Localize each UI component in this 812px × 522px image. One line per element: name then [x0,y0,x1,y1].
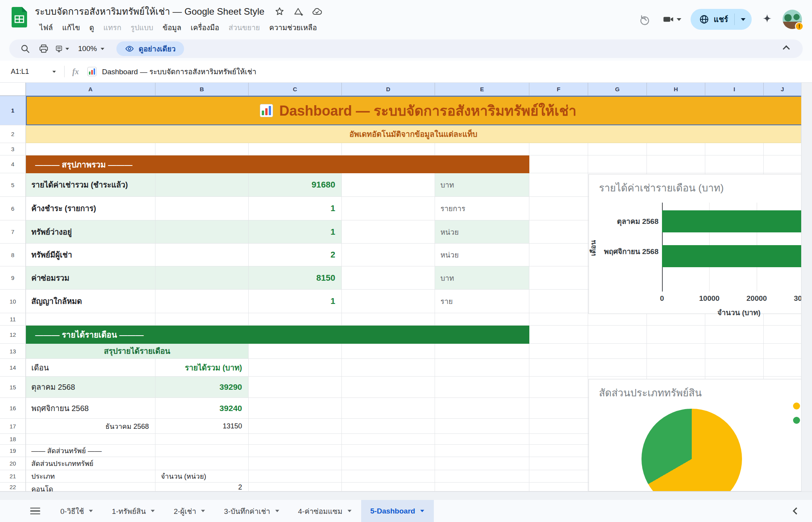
row-header-14[interactable]: 14 [0,359,26,377]
row-header-15[interactable]: 15 [0,377,26,398]
row-header-2[interactable]: 2 [0,125,26,143]
formula-input[interactable]: Dashboard — ระบบจัดการอสังหาริมทรัพย์ให้… [102,66,256,77]
sheets-logo-icon[interactable] [12,7,27,27]
empty-cell[interactable] [435,419,529,434]
row-header-20[interactable]: 20 [0,457,26,470]
property-col-header-b[interactable]: จำนวน (หน่วย) [155,470,249,483]
property-col-header-a[interactable]: ประเภท [26,470,155,483]
empty-cell[interactable] [155,457,249,470]
empty-cell[interactable] [435,377,529,398]
summary-value-cell[interactable]: 1 [249,220,342,244]
menu-help[interactable]: ความช่วยเหลือ [264,20,321,34]
empty-cell[interactable] [249,377,342,398]
empty-cell[interactable] [435,398,529,419]
name-box[interactable]: A1:L1 [11,68,56,76]
summary-unit-cell[interactable]: หน่วย [435,220,529,244]
bar-chart[interactable]: รายได้ค่าเช่ารายเดือน (บาท) เดือน ตุลาคม… [589,174,808,314]
empty-cell[interactable] [249,359,342,377]
empty-cells[interactable] [529,344,801,359]
gemini-sparkle-icon[interactable] [761,13,773,26]
paint-format-icon[interactable] [55,41,70,56]
empty-cells[interactable] [26,313,529,326]
empty-cell[interactable] [342,483,435,491]
empty-cell[interactable] [155,197,249,220]
tab-dropdown-icon[interactable] [275,510,279,512]
empty-cell[interactable] [155,266,249,290]
summary-unit-cell[interactable]: รายการ [435,197,529,220]
tab-dropdown-icon[interactable] [89,510,93,512]
empty-cells[interactable] [529,326,801,344]
summary-label-cell[interactable]: รายได้ค่าเช่ารวม (ชำระแล้ว) [26,173,155,197]
menu-data[interactable]: ข้อมูล [158,20,186,34]
empty-cell[interactable] [342,377,435,398]
zoom-control[interactable]: 100% [73,44,109,53]
summary-label-cell[interactable]: ค้างชำระ (รายการ) [26,197,155,220]
column-header-i[interactable]: I [705,83,764,96]
chevron-down-icon[interactable] [65,48,69,50]
empty-cell[interactable] [155,173,249,197]
empty-cell[interactable] [342,173,435,197]
empty-cell[interactable] [249,483,342,491]
monthly-month-cell[interactable]: ตุลาคม 2568 [26,377,155,398]
summary-label-cell[interactable]: ทรัพย์ว่างอยู่ [26,220,155,244]
menu-file[interactable]: ไฟล์ [35,20,58,34]
summary-value-cell[interactable]: 8150 [249,266,342,290]
tab-1-properties[interactable]: 1-ทรัพย์สิน [102,500,164,522]
summary-section-banner[interactable]: ——— สรุปภาพรวม ——— [26,155,529,173]
empty-cell[interactable] [249,398,342,419]
empty-cell[interactable] [155,290,249,313]
empty-cell[interactable] [342,359,435,377]
monthly-col-header-a[interactable]: เดือน [26,359,155,377]
property-type-cell[interactable]: คอนโด [26,483,155,491]
empty-cell[interactable] [342,244,435,266]
select-all-corner[interactable] [0,83,26,96]
row-header-16[interactable]: 16 [0,398,26,419]
empty-cells[interactable] [26,143,529,155]
column-header-c[interactable]: C [249,83,342,96]
row-header-13[interactable]: 13 [0,344,26,359]
row-header-9[interactable]: 9 [0,266,26,290]
menu-view[interactable]: ดู [85,20,99,34]
row-header-12[interactable]: 12 [0,326,26,344]
empty-cell[interactable] [155,220,249,244]
empty-cell[interactable] [342,445,435,457]
monthly-month-cell[interactable]: ธันวาคม 2568 [26,419,155,434]
empty-cell[interactable] [435,457,529,470]
column-header-d[interactable]: D [342,83,435,96]
summary-value-cell[interactable]: 91680 [249,173,342,197]
menu-edit[interactable]: แก้ไข [58,20,85,34]
column-header-h[interactable]: H [647,83,705,96]
summary-unit-cell[interactable]: หน่วย [435,244,529,266]
document-title[interactable]: ระบบจัดการอสังหาริมทรัพย์ให้เช่า — Googl… [35,4,264,19]
pie-chart[interactable]: สัดส่วนประเภททรัพย์สิน [589,379,808,491]
empty-cell[interactable] [155,244,249,266]
empty-cell[interactable] [342,398,435,419]
column-header-g[interactable]: G [588,83,647,96]
property-section-banner[interactable]: —— สัดส่วนทรัพย์ —— [26,445,155,457]
empty-cell[interactable] [249,470,342,483]
share-dropdown-icon[interactable] [741,18,745,21]
subtitle-cell[interactable]: อัพเดทอัตโนมัติจากข้อมูลในแต่ละแท็บ [26,125,801,143]
monthly-summary-header-cell[interactable]: สรุปรายได้รายเดือน [26,344,249,359]
summary-unit-cell[interactable]: ราย [435,290,529,313]
tab-4-repairs[interactable]: 4-ค่าซ่อมแซม [289,500,361,522]
column-header-f[interactable]: F [529,83,588,96]
empty-cell[interactable] [249,344,342,359]
row-header-5[interactable]: 5 [0,173,26,197]
row-header-18[interactable]: 18 [0,434,26,445]
summary-value-cell[interactable]: 1 [249,290,342,313]
tab-3-rent-records[interactable]: 3-บันทึกค่าเช่า [215,500,288,522]
monthly-value-cell[interactable]: 39240 [155,398,249,419]
empty-cell[interactable] [435,344,529,359]
row-header-10[interactable]: 10 [0,290,26,313]
row-header-22[interactable]: 22 [0,483,26,491]
row-header-7[interactable]: 7 [0,220,26,244]
summary-label-cell[interactable]: ทรัพย์มีผู้เช่า [26,244,155,266]
summary-value-cell[interactable]: 1 [249,197,342,220]
tab-dropdown-icon[interactable] [151,510,155,512]
empty-cell[interactable] [435,483,529,491]
empty-cell[interactable] [342,290,435,313]
tab-dropdown-icon[interactable] [347,510,351,512]
empty-cells[interactable] [529,155,801,173]
row-header-21[interactable]: 21 [0,470,26,483]
